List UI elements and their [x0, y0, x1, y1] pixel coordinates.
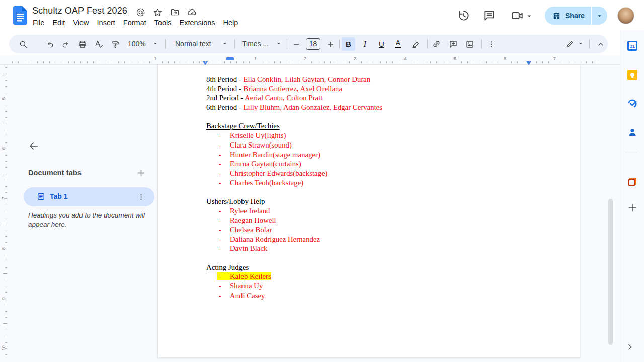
- comments-icon[interactable]: [482, 9, 496, 22]
- mode-caret-icon[interactable]: [578, 41, 583, 46]
- paint-format-icon[interactable]: [109, 37, 122, 51]
- star-icon[interactable]: [153, 8, 163, 17]
- ruler-tick: [68, 61, 69, 63]
- ruler-tick: [18, 61, 19, 63]
- italic-button[interactable]: I: [358, 37, 372, 51]
- font-caret-icon[interactable]: [276, 41, 281, 46]
- ruler-tick: [5, 242, 7, 243]
- tab-options-icon[interactable]: [135, 191, 146, 202]
- ruler-tick: [56, 61, 56, 63]
- toolbar-divider: [427, 39, 428, 49]
- underline-button[interactable]: U: [375, 37, 388, 51]
- more-toolbar-options-icon[interactable]: [484, 37, 498, 51]
- move-folder-icon[interactable]: [170, 8, 180, 17]
- horizontal-ruler: 11234567: [0, 55, 620, 65]
- style-caret-icon[interactable]: [222, 41, 227, 46]
- bold-button[interactable]: B: [342, 37, 355, 51]
- decrease-font-size-button[interactable]: [289, 37, 303, 51]
- tab-item-tab1[interactable]: Tab 1: [24, 187, 154, 206]
- redo-icon[interactable]: [59, 37, 72, 51]
- account-avatar[interactable]: [617, 7, 634, 24]
- close-tabs-panel-icon[interactable]: [28, 140, 39, 152]
- google-keep-icon[interactable]: [627, 70, 637, 80]
- font-family-select[interactable]: Times ...: [242, 40, 269, 48]
- version-history-icon[interactable]: [457, 9, 470, 22]
- ruler-tick: [199, 61, 200, 63]
- editing-mode-button[interactable]: [562, 37, 576, 51]
- mention-icon[interactable]: [136, 8, 145, 17]
- ruler-tick: [212, 61, 212, 63]
- ruler-tick: [524, 61, 524, 63]
- addon-icon[interactable]: [627, 177, 637, 187]
- share-button[interactable]: Share: [545, 7, 607, 25]
- insert-link-icon[interactable]: [430, 37, 443, 51]
- increase-font-size-button[interactable]: [324, 37, 337, 51]
- font-size-input[interactable]: 18: [306, 38, 320, 50]
- ruler-tick: [3, 273, 7, 274]
- menu-file[interactable]: File: [29, 18, 48, 28]
- print-icon[interactable]: [75, 37, 89, 51]
- ruler-tick: [3, 174, 7, 174]
- ruler-tick: [461, 61, 462, 63]
- ruler-tick: [5, 167, 7, 168]
- ruler-tick: [49, 61, 50, 63]
- zoom-select[interactable]: 100%: [128, 40, 146, 48]
- ruler-tick: [112, 61, 112, 63]
- ruler-tick: [517, 61, 518, 63]
- ruler-tick: [5, 99, 7, 99]
- ruler-number: 3: [354, 56, 356, 61]
- share-dropdown-button[interactable]: [592, 7, 607, 25]
- get-addons-icon[interactable]: [627, 203, 637, 213]
- ruler-tick: [280, 61, 281, 63]
- ruler-tick: [249, 61, 250, 63]
- ruler-tick: [5, 149, 7, 149]
- add-tab-button[interactable]: [135, 167, 147, 179]
- ruler-tick: [187, 61, 187, 63]
- ruler-tick: [436, 61, 437, 63]
- ruler-tick: [5, 267, 7, 268]
- video-call-caret-icon[interactable]: [526, 13, 532, 19]
- show-side-panel-icon[interactable]: [625, 342, 634, 351]
- ruler-number: 7: [553, 56, 556, 61]
- ruler-tick: [5, 330, 7, 330]
- menu-edit[interactable]: Edit: [48, 18, 69, 28]
- menu-view[interactable]: View: [69, 18, 93, 28]
- zoom-caret-icon[interactable]: [153, 41, 158, 46]
- ruler-tick: [5, 249, 7, 249]
- menu-insert[interactable]: Insert: [93, 18, 119, 28]
- menu-format[interactable]: Format: [119, 18, 150, 28]
- spell-check-icon[interactable]: [92, 37, 106, 51]
- search-menus-icon[interactable]: [16, 37, 30, 51]
- paragraph-style-select[interactable]: Normal text: [175, 40, 211, 48]
- menu-help[interactable]: Help: [219, 18, 243, 28]
- first-line-indent-marker[interactable]: [226, 57, 234, 60]
- ruler-tick: [399, 61, 399, 63]
- document-title[interactable]: Schultz OAP Fest 2026: [32, 6, 127, 16]
- google-calendar-icon[interactable]: 31: [627, 41, 637, 51]
- ruler-tick: [5, 230, 7, 230]
- ruler-tick: [5, 342, 7, 343]
- ruler-tick: [5, 192, 7, 193]
- video-call-icon[interactable]: [511, 9, 524, 22]
- google-contacts-icon[interactable]: [627, 127, 637, 137]
- insert-image-icon[interactable]: [463, 37, 476, 51]
- ruler-tick: [149, 61, 150, 63]
- menu-tools[interactable]: Tools: [150, 18, 176, 28]
- add-comment-icon[interactable]: [446, 37, 460, 51]
- google-tasks-icon[interactable]: [627, 99, 637, 109]
- ruler-tick: [124, 61, 125, 63]
- toolbar-divider: [481, 39, 482, 49]
- vertical-scrollbar[interactable]: [608, 199, 613, 345]
- hide-menus-button[interactable]: [594, 37, 607, 51]
- ruler-tick: [5, 286, 7, 286]
- undo-icon[interactable]: [43, 37, 56, 51]
- toolbar-divider: [589, 39, 590, 49]
- document-text[interactable]: 8th Period - Ella Conklin, Lilah Gaytan,…: [206, 75, 569, 301]
- text-color-button[interactable]: A: [391, 37, 405, 51]
- highlighted-text: -Kaleb Keilers: [217, 272, 271, 280]
- cloud-saved-icon[interactable]: [187, 8, 197, 17]
- menu-extensions[interactable]: Extensions: [176, 18, 219, 28]
- share-button-main[interactable]: Share: [545, 7, 591, 25]
- google-docs-logo-icon[interactable]: [13, 6, 27, 25]
- highlight-color-button[interactable]: [409, 37, 422, 51]
